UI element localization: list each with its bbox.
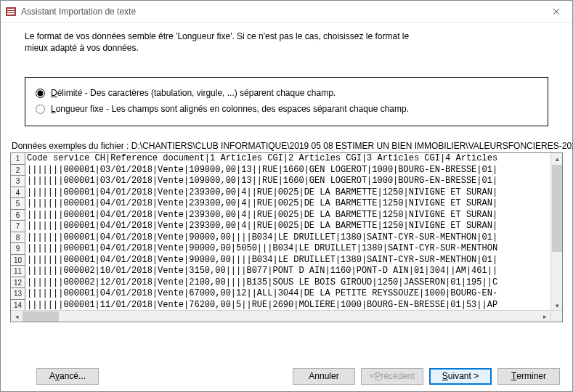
row-number: 14 bbox=[11, 300, 25, 311]
row-number: 6 bbox=[11, 210, 25, 221]
sample-file-label: Données exemples du fichier : D:\CHANTIE… bbox=[0, 139, 573, 152]
row-number: 7 bbox=[11, 221, 25, 232]
grid-row: 7|||||||000001|04/01/2018|Vente|239300,0… bbox=[11, 221, 562, 232]
row-text: |||||||000002|12/01/2018|Vente|2100,00||… bbox=[25, 277, 497, 289]
grid-row: 14|||||||000001|11/01/2018|Vente|76200,0… bbox=[11, 300, 562, 311]
scroll-right-arrow[interactable]: ▸ bbox=[539, 311, 550, 322]
svg-rect-3 bbox=[7, 13, 15, 15]
grid-row: 13|||||||000001|04/01/2018|Vente|67000,0… bbox=[11, 288, 562, 300]
option-fixed[interactable]: Longueur fixe - Les champs sont alignés … bbox=[36, 101, 537, 117]
row-text: |||||||000001|04/01/2018|Vente|90000,00|… bbox=[25, 243, 497, 255]
grid-row: 12|||||||000002|12/01/2018|Vente|2100,00… bbox=[11, 277, 562, 289]
row-number: 9 bbox=[11, 243, 25, 255]
app-icon bbox=[5, 6, 17, 17]
close-button[interactable] bbox=[540, 1, 572, 23]
grid-row: 9|||||||000001|04/01/2018|Vente|90000,00… bbox=[11, 243, 562, 255]
option-delimited-label: Délimité - Des caractères (tabulation, v… bbox=[51, 88, 336, 98]
row-text: |||||||000001|04/01/2018|Vente|239300,00… bbox=[25, 187, 497, 199]
grid-row: 3|||||||000001|03/01/2018|Vente|109000,0… bbox=[11, 176, 562, 187]
option-fixed-radio[interactable] bbox=[36, 105, 45, 114]
row-number: 8 bbox=[11, 232, 25, 244]
svg-rect-1 bbox=[7, 9, 15, 10]
row-text: |||||||000001|04/01/2018|Vente|239300,00… bbox=[25, 210, 497, 221]
row-text: |||||||000001|04/01/2018|Vente|239300,00… bbox=[25, 221, 497, 232]
grid-row: 4|||||||000001|04/01/2018|Vente|239300,0… bbox=[11, 187, 562, 199]
advanced-button[interactable]: Avancé... bbox=[36, 368, 99, 385]
row-text: Code service CH|Reference document|1 Art… bbox=[25, 153, 497, 165]
window-title: Assistant Importation de texte bbox=[21, 7, 540, 17]
row-text: |||||||000002|10/01/2018|Vente|3150,00||… bbox=[25, 266, 497, 277]
wizard-footer: Avancé... Annuler < Précédent Suivant > … bbox=[0, 360, 573, 392]
grid-row: 1Code service CH|Reference document|1 Ar… bbox=[11, 153, 562, 165]
svg-rect-2 bbox=[7, 11, 15, 12]
horizontal-scroll-thumb[interactable] bbox=[23, 311, 59, 322]
row-text: |||||||000001|03/01/2018|Vente|109000,00… bbox=[25, 165, 497, 176]
option-fixed-label: Longueur fixe - Les champs sont alignés … bbox=[51, 104, 409, 114]
grid-row: 2|||||||000001|03/01/2018|Vente|109000,0… bbox=[11, 165, 562, 176]
option-delimited[interactable]: Délimité - Des caractères (tabulation, v… bbox=[36, 85, 537, 101]
wizard-content: Le format de vos données semble être 'Lo… bbox=[0, 22, 573, 392]
row-text: |||||||000001|04/01/2018|Vente|239300,00… bbox=[25, 198, 497, 210]
title-bar: Assistant Importation de texte bbox=[1, 1, 572, 23]
grid-row: 10|||||||000001|04/01/2018|Vente|90000,0… bbox=[11, 255, 562, 266]
scroll-up-arrow[interactable]: ▴ bbox=[551, 153, 563, 165]
row-number: 1 bbox=[11, 153, 25, 165]
row-number: 13 bbox=[11, 288, 25, 300]
back-button: < Précédent bbox=[361, 368, 423, 385]
row-number: 12 bbox=[11, 277, 25, 289]
row-number: 3 bbox=[11, 176, 25, 187]
grid-row: 5|||||||000001|04/01/2018|Vente|239300,0… bbox=[11, 198, 562, 210]
row-number: 11 bbox=[11, 266, 25, 277]
close-icon bbox=[553, 6, 560, 17]
row-number: 5 bbox=[11, 198, 25, 210]
row-number: 4 bbox=[11, 187, 25, 199]
grid-row: 6|||||||000001|04/01/2018|Vente|239300,0… bbox=[11, 210, 562, 221]
format-options-group: Délimité - Des caractères (tabulation, v… bbox=[25, 77, 548, 126]
intro-line1: Le format de vos données semble être 'Lo… bbox=[25, 30, 548, 42]
row-number: 10 bbox=[11, 255, 25, 266]
row-number: 2 bbox=[11, 165, 25, 176]
cancel-button[interactable]: Annuler bbox=[293, 368, 355, 385]
sample-data-grid: 1Code service CH|Reference document|1 Ar… bbox=[10, 152, 563, 322]
row-text: |||||||000001|04/01/2018|Vente|90000,00|… bbox=[25, 255, 497, 266]
row-text: |||||||000001|04/01/2018|Vente|90000,00|… bbox=[25, 232, 497, 244]
option-delimited-radio[interactable] bbox=[36, 89, 45, 98]
scroll-corner bbox=[550, 310, 562, 322]
row-text: |||||||000001|03/01/2018|Vente|109000,00… bbox=[25, 176, 497, 187]
next-button[interactable]: Suivant > bbox=[429, 368, 492, 385]
horizontal-scrollbar[interactable]: ◂ ▸ bbox=[11, 310, 550, 322]
row-text: |||||||000001|04/01/2018|Vente|67000,00|… bbox=[25, 288, 497, 300]
grid-viewport: 1Code service CH|Reference document|1 Ar… bbox=[11, 153, 562, 311]
scroll-left-arrow[interactable]: ◂ bbox=[11, 311, 23, 322]
row-text: |||||||000001|11/01/2018|Vente|76200,00|… bbox=[25, 300, 497, 311]
intro-text: Le format de vos données semble être 'Lo… bbox=[0, 22, 573, 57]
grid-row: 8|||||||000001|04/01/2018|Vente|90000,00… bbox=[11, 232, 562, 244]
intro-line2: mieux adapté à vos données. bbox=[25, 42, 548, 54]
grid-row: 11|||||||000002|10/01/2018|Vente|3150,00… bbox=[11, 266, 562, 277]
vertical-scrollbar[interactable]: ▴ ▾ bbox=[550, 153, 562, 311]
finish-button[interactable]: Terminer bbox=[497, 368, 560, 385]
vertical-scroll-thumb[interactable] bbox=[552, 165, 562, 252]
